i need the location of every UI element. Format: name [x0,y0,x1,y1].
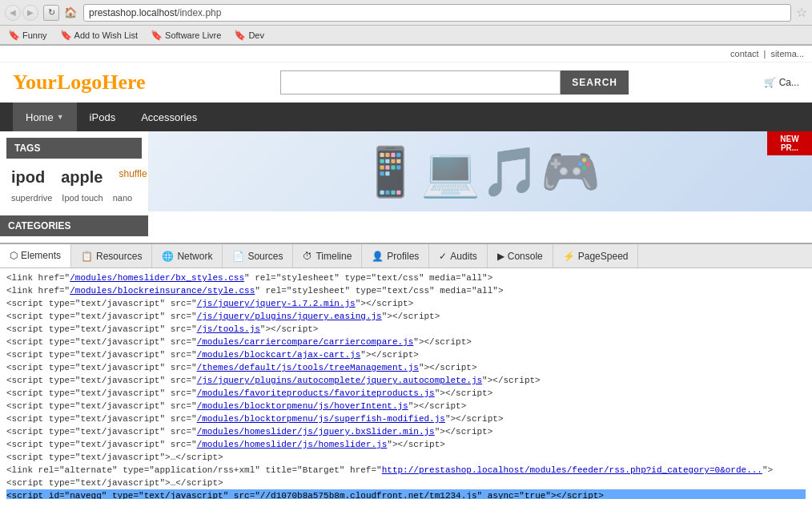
timeline-tab-label: Timeline [316,251,352,262]
profiles-tab-icon: 👤 [372,251,384,262]
code-line-5: <script type="text/javascript" src="/js/… [6,323,806,336]
code-line-18: <script id="navegg" type="text/javascrip… [6,489,806,499]
code-line-6: <script type="text/javascript" src="/mod… [6,336,806,348]
site-header: YourLogoHere SEARCH 🛒 Ca... [0,62,812,103]
code-line-16: <link rel="alternate" type="application/… [6,464,806,477]
sources-tab-icon: 📄 [232,251,244,262]
code-line-12: <script type="text/javascript" src="/mod… [6,412,806,425]
bookmark-icon: 🔖 [60,30,72,41]
timeline-tab-icon: ⏱ [303,251,312,262]
code-line-13: <script type="text/javascript" src="/mod… [6,425,806,438]
devtools-tab-sources[interactable]: 📄 Sources [223,244,293,268]
bookmark-star-button[interactable]: ☆ [796,5,807,20]
search-button[interactable]: SEARCH [561,70,629,95]
address-bar[interactable]: prestashop.localhost/index.php [83,4,791,22]
code-line-9: <script type="text/javascript" src="/js/… [6,374,806,387]
back-button[interactable]: ◀ [5,5,21,21]
devtools-tab-timeline[interactable]: ⏱ Timeline [293,244,362,268]
main-nav: Home ▼ iPods Accessories [0,103,812,131]
code-line-10: <script type="text/javascript" src="/mod… [6,387,806,400]
search-input[interactable] [280,70,561,95]
devtools-tab-profiles[interactable]: 👤 Profiles [362,244,429,268]
devtools-tab-network[interactable]: 🌐 Network [152,244,223,268]
network-tab-label: Network [177,251,212,262]
bookmark-software-livre-label: Software Livre [165,30,221,40]
resources-tab-label: Resources [96,251,142,262]
tag-nano[interactable]: nano [113,193,132,203]
refresh-button[interactable]: ↻ [43,5,59,21]
code-line-15: <script type="text/javascript">…</script… [6,451,806,464]
browser-chrome: ◀ ▶ ↻ 🏠 prestashop.localhost/index.php ☆… [0,0,812,46]
devtools-tab-resources[interactable]: 📋 Resources [71,244,152,268]
nav-home-label: Home [26,111,54,123]
bookmark-wish-list-label: Add to Wish List [74,30,138,40]
tag-shuffle[interactable]: shuffle [119,168,147,187]
code-line-3: <script type="text/javascript" src="/js/… [6,297,806,310]
address-text: prestashop.localhost [89,7,177,18]
profiles-tab-label: Profiles [387,251,419,262]
logo-second: Here [102,70,145,94]
console-tab-label: Console [508,251,543,262]
devtools-tab-console[interactable]: ▶ Console [488,244,553,268]
pagespeed-tab-label: PageSpeed [578,251,629,262]
resources-tab-icon: 📋 [81,251,93,262]
nav-item-ipods[interactable]: iPods [77,103,129,131]
devtools-content[interactable]: <link href="/modules/homeslider/bx_style… [0,268,812,499]
tags-small-container: superdrive Ipod touch nano [6,190,142,206]
bookmarks-bar: 🔖 Funny 🔖 Add to Wish List 🔖 Software Li… [0,26,812,45]
cart-label: Ca... [779,77,799,88]
devtools-tab-elements[interactable]: ⬡ Elements [0,244,71,268]
sidebar: TAGS ipod apple shuffle superdrive Ipod … [0,131,148,243]
devtools-tabs: ⬡ Elements 📋 Resources 🌐 Network 📄 Sourc… [0,244,812,268]
nav-item-home[interactable]: Home ▼ [13,103,77,131]
bookmark-software-livre[interactable]: 🔖 Software Livre [147,28,224,42]
devtools-tab-pagespeed[interactable]: ⚡ PageSpeed [553,244,639,268]
pagespeed-tab-icon: ⚡ [563,251,575,262]
topbar-separator: | [764,49,766,58]
bookmark-funny[interactable]: 🔖 Funny [5,28,50,42]
bookmark-wish-list[interactable]: 🔖 Add to Wish List [57,28,141,42]
address-path: /index.php [177,7,221,18]
devtools-tab-audits[interactable]: ✓ Audits [429,244,487,268]
bookmark-dev[interactable]: 🔖 Dev [231,28,267,42]
browser-toolbar: ◀ ▶ ↻ 🏠 prestashop.localhost/index.php ☆ [0,0,812,26]
bookmark-funny-label: Funny [22,30,47,40]
code-line-4: <script type="text/javascript" src="/js/… [6,310,806,323]
hero-image: 📱💻🎵🎮 [360,143,601,200]
new-products-banner: NEW PR... [767,131,812,155]
categories-section: CATEGORIES [0,215,148,236]
hero-area: 📱💻🎵🎮 NEW PR... [148,131,812,211]
code-line-8: <script type="text/javascript" src="/the… [6,361,806,374]
console-tab-icon: ▶ [497,251,504,262]
nav-home-arrow: ▼ [57,113,64,121]
home-button[interactable]: 🏠 [62,5,78,21]
bookmark-icon: 🔖 [234,30,246,41]
website: contact | sitema... YourLogoHere SEARCH … [0,46,812,243]
code-line-17: <script type="text/javascript">…</script… [6,477,806,489]
code-line-7: <script type="text/javascript" src="/mod… [6,348,806,361]
tag-superdrive[interactable]: superdrive [11,193,52,203]
forward-button[interactable]: ▶ [22,5,38,21]
tags-big-container: ipod apple shuffle [6,165,142,190]
search-area: SEARCH [280,70,629,95]
code-line-14: <script type="text/javascript" src="/mod… [6,438,806,451]
nav-item-accessories[interactable]: Accessories [128,103,210,131]
bookmark-dev-label: Dev [248,30,264,40]
tag-ipod[interactable]: ipod [11,168,45,187]
cart-area[interactable]: 🛒 Ca... [764,77,799,88]
site-logo[interactable]: YourLogoHere [13,70,146,95]
network-tab-icon: 🌐 [162,251,174,262]
main-content: TAGS ipod apple shuffle superdrive Ipod … [0,131,812,243]
top-bar: contact | sitema... [0,46,812,62]
bookmark-icon: 🔖 [151,30,163,41]
bookmark-icon: 🔖 [8,30,20,41]
cart-icon: 🛒 [764,77,776,88]
tag-ipod-touch[interactable]: Ipod touch [62,193,103,203]
code-line-1: <link href="/modules/homeslider/bx_style… [6,272,806,284]
code-line-11: <script type="text/javascript" src="/mod… [6,400,806,412]
tag-apple[interactable]: apple [61,168,103,187]
tags-section: TAGS ipod apple shuffle superdrive Ipod … [0,131,148,212]
audits-tab-icon: ✓ [439,251,447,262]
sitemap-link[interactable]: sitema... [770,49,804,58]
contact-link[interactable]: contact [730,49,758,58]
